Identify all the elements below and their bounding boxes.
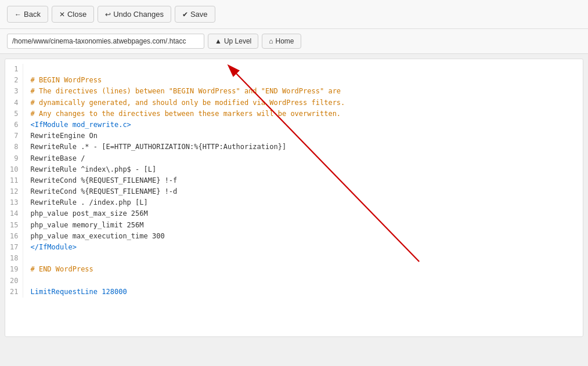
code-line: </IfModule> (30, 242, 345, 253)
line-numbers: 123456789101112131415161718192021 (5, 64, 23, 298)
save-button[interactable]: ✔ Save (175, 6, 215, 23)
line-number: 14 (10, 208, 18, 219)
code-line: # dynamically generated, and should only… (30, 97, 345, 108)
close-icon: ✕ (59, 10, 65, 19)
code-line: # END WordPress (30, 264, 345, 275)
home-button[interactable]: ⌂ Home (262, 34, 301, 49)
up-level-label: Up Level (224, 37, 251, 45)
line-number: 9 (10, 153, 18, 164)
back-icon: ← (15, 10, 21, 19)
back-label: Back (24, 10, 41, 19)
line-number: 18 (10, 253, 18, 264)
code-line: RewriteRule .* - [E=HTTP_AUTHORIZATION:%… (30, 142, 345, 153)
line-number: 6 (10, 119, 18, 131)
save-icon: ✔ (182, 10, 188, 19)
code-line: RewriteBase / (30, 153, 345, 164)
code-line (30, 64, 345, 75)
code-line: # The directives (lines) between "BEGIN … (30, 86, 345, 97)
line-number: 7 (10, 131, 18, 142)
code-line: php_value post_max_size 256M (30, 208, 345, 219)
home-icon: ⌂ (269, 37, 273, 45)
code-line: php_value memory_limit 256M (30, 220, 345, 231)
code-area: 123456789101112131415161718192021 # BEGI… (5, 64, 583, 298)
line-number: 12 (10, 186, 18, 197)
undo-label: Undo Changes (113, 10, 164, 19)
code-line: RewriteRule . /index.php [L] (30, 197, 345, 208)
line-number: 21 (10, 287, 18, 298)
path-bar: ▲ Up Level ⌂ Home (0, 29, 588, 54)
code-line: RewriteRule ^index\.php$ - [L] (30, 164, 345, 175)
line-number: 10 (10, 164, 18, 175)
line-number: 16 (10, 231, 18, 242)
code-line: RewriteEngine On (30, 131, 345, 142)
line-number: 1 (10, 64, 18, 75)
code-line: # BEGIN WordPress (30, 75, 345, 86)
line-number: 19 (10, 264, 18, 275)
line-number: 3 (10, 86, 18, 97)
main-area: 123456789101112131415161718192021 # BEGI… (0, 59, 588, 337)
save-label: Save (190, 10, 208, 19)
line-number: 2 (10, 75, 18, 86)
line-number: 11 (10, 175, 18, 186)
home-label: Home (276, 37, 294, 45)
code-line: # Any changes to the directives between … (30, 108, 345, 119)
close-label: Close (67, 10, 86, 19)
code-content: # BEGIN WordPress# The directives (lines… (23, 64, 352, 298)
toolbar: ← Back ✕ Close ↩ Undo Changes ✔ Save (0, 0, 588, 29)
line-number: 8 (10, 142, 18, 153)
line-number: 4 (10, 97, 18, 108)
code-line: LimitRequestLine 128000 (30, 287, 345, 298)
undo-button[interactable]: ↩ Undo Changes (98, 6, 171, 23)
up-level-button[interactable]: ▲ Up Level (208, 34, 258, 49)
code-line (30, 276, 345, 287)
path-input[interactable] (7, 34, 204, 49)
code-line: RewriteCond %{REQUEST_FILENAME} !-d (30, 186, 345, 197)
line-number: 20 (10, 276, 18, 287)
undo-icon: ↩ (105, 10, 111, 19)
code-line (30, 253, 345, 264)
line-number: 5 (10, 108, 18, 119)
line-number: 13 (10, 197, 18, 208)
back-button[interactable]: ← Back (7, 6, 48, 23)
close-button[interactable]: ✕ Close (52, 6, 94, 23)
uplevel-icon: ▲ (215, 37, 222, 45)
line-number: 15 (10, 220, 18, 231)
line-number: 17 (10, 242, 18, 253)
editor-container[interactable]: 123456789101112131415161718192021 # BEGI… (5, 59, 583, 337)
code-line: RewriteCond %{REQUEST_FILENAME} !-f (30, 175, 345, 186)
code-line: <IfModule mod_rewrite.c> (30, 119, 345, 131)
code-line: php_value max_execution_time 300 (30, 231, 345, 242)
